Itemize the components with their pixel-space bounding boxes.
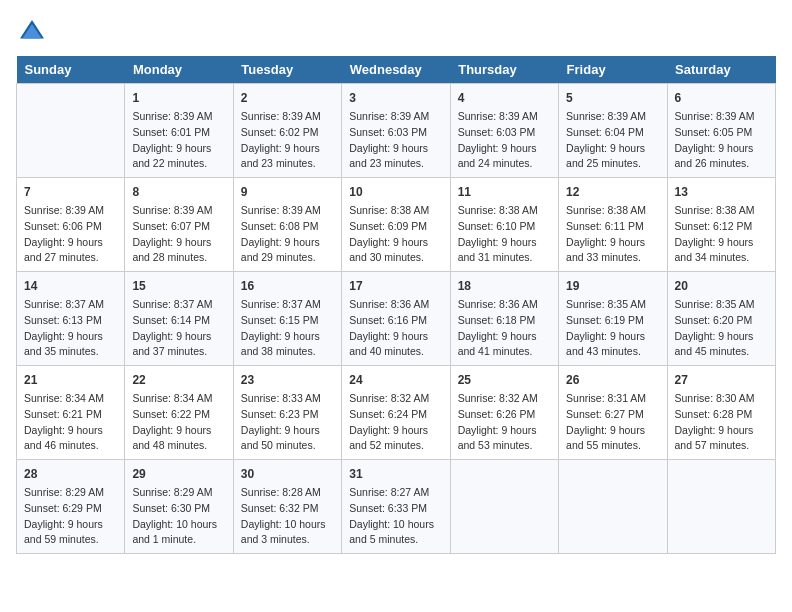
day-info-line: Sunset: 6:24 PM	[349, 407, 442, 423]
day-info-line: Daylight: 9 hours	[241, 141, 334, 157]
day-info-line: and 30 minutes.	[349, 250, 442, 266]
day-info-line: Daylight: 9 hours	[132, 235, 225, 251]
day-info-line: Sunset: 6:11 PM	[566, 219, 659, 235]
calendar-day-cell: 18Sunrise: 8:36 AMSunset: 6:18 PMDayligh…	[450, 272, 558, 366]
day-info-line: Daylight: 9 hours	[458, 235, 551, 251]
day-number: 7	[24, 183, 117, 201]
calendar-day-cell: 5Sunrise: 8:39 AMSunset: 6:04 PMDaylight…	[559, 84, 667, 178]
calendar-day-cell: 1Sunrise: 8:39 AMSunset: 6:01 PMDaylight…	[125, 84, 233, 178]
day-info-line: and 5 minutes.	[349, 532, 442, 548]
day-info-line: and 41 minutes.	[458, 344, 551, 360]
day-info-line: Sunrise: 8:35 AM	[675, 297, 768, 313]
weekday-header-sunday: Sunday	[17, 56, 125, 84]
day-number: 3	[349, 89, 442, 107]
day-info-line: Sunrise: 8:37 AM	[132, 297, 225, 313]
calendar-day-cell: 19Sunrise: 8:35 AMSunset: 6:19 PMDayligh…	[559, 272, 667, 366]
day-info-line: and 43 minutes.	[566, 344, 659, 360]
day-info-line: Daylight: 9 hours	[349, 141, 442, 157]
day-info-line: Daylight: 9 hours	[458, 423, 551, 439]
calendar-day-cell: 21Sunrise: 8:34 AMSunset: 6:21 PMDayligh…	[17, 366, 125, 460]
weekday-header-friday: Friday	[559, 56, 667, 84]
day-info-line: and 45 minutes.	[675, 344, 768, 360]
day-info-line: Sunset: 6:12 PM	[675, 219, 768, 235]
day-number: 17	[349, 277, 442, 295]
calendar-day-cell: 24Sunrise: 8:32 AMSunset: 6:24 PMDayligh…	[342, 366, 450, 460]
day-info-line: and 53 minutes.	[458, 438, 551, 454]
day-number: 22	[132, 371, 225, 389]
calendar-week-row: 1Sunrise: 8:39 AMSunset: 6:01 PMDaylight…	[17, 84, 776, 178]
day-info-line: Daylight: 9 hours	[24, 329, 117, 345]
day-info-line: Sunset: 6:27 PM	[566, 407, 659, 423]
logo-icon	[16, 16, 48, 48]
day-info-line: Daylight: 9 hours	[458, 329, 551, 345]
day-info-line: Sunset: 6:01 PM	[132, 125, 225, 141]
day-info-line: and 23 minutes.	[349, 156, 442, 172]
day-number: 2	[241, 89, 334, 107]
day-number: 11	[458, 183, 551, 201]
calendar-day-cell	[17, 84, 125, 178]
calendar-day-cell: 9Sunrise: 8:39 AMSunset: 6:08 PMDaylight…	[233, 178, 341, 272]
day-info-line: Sunset: 6:15 PM	[241, 313, 334, 329]
day-info-line: Sunset: 6:18 PM	[458, 313, 551, 329]
day-info-line: Sunrise: 8:36 AM	[349, 297, 442, 313]
day-number: 28	[24, 465, 117, 483]
day-number: 26	[566, 371, 659, 389]
day-info-line: and 48 minutes.	[132, 438, 225, 454]
day-info-line: Daylight: 9 hours	[24, 235, 117, 251]
day-info-line: Sunrise: 8:36 AM	[458, 297, 551, 313]
day-info-line: Sunrise: 8:39 AM	[24, 203, 117, 219]
calendar-day-cell: 10Sunrise: 8:38 AMSunset: 6:09 PMDayligh…	[342, 178, 450, 272]
day-info-line: Sunset: 6:19 PM	[566, 313, 659, 329]
day-info-line: Daylight: 10 hours	[132, 517, 225, 533]
logo	[16, 16, 52, 48]
day-info-line: Sunrise: 8:39 AM	[241, 203, 334, 219]
calendar-day-cell: 28Sunrise: 8:29 AMSunset: 6:29 PMDayligh…	[17, 460, 125, 554]
day-number: 1	[132, 89, 225, 107]
day-info-line: Daylight: 9 hours	[241, 235, 334, 251]
day-info-line: Daylight: 9 hours	[132, 329, 225, 345]
day-info-line: and 38 minutes.	[241, 344, 334, 360]
calendar-table: SundayMondayTuesdayWednesdayThursdayFrid…	[16, 56, 776, 554]
day-info-line: Daylight: 9 hours	[566, 423, 659, 439]
day-info-line: Sunrise: 8:39 AM	[458, 109, 551, 125]
day-number: 10	[349, 183, 442, 201]
day-info-line: Sunrise: 8:37 AM	[241, 297, 334, 313]
day-info-line: Sunset: 6:32 PM	[241, 501, 334, 517]
day-number: 21	[24, 371, 117, 389]
calendar-day-cell: 4Sunrise: 8:39 AMSunset: 6:03 PMDaylight…	[450, 84, 558, 178]
weekday-header-wednesday: Wednesday	[342, 56, 450, 84]
weekday-header-tuesday: Tuesday	[233, 56, 341, 84]
calendar-day-cell: 27Sunrise: 8:30 AMSunset: 6:28 PMDayligh…	[667, 366, 775, 460]
day-info-line: Daylight: 9 hours	[24, 517, 117, 533]
calendar-week-row: 21Sunrise: 8:34 AMSunset: 6:21 PMDayligh…	[17, 366, 776, 460]
day-info-line: Sunrise: 8:38 AM	[675, 203, 768, 219]
day-info-line: Sunset: 6:28 PM	[675, 407, 768, 423]
day-info-line: and 50 minutes.	[241, 438, 334, 454]
day-info-line: Sunset: 6:33 PM	[349, 501, 442, 517]
calendar-day-cell: 11Sunrise: 8:38 AMSunset: 6:10 PMDayligh…	[450, 178, 558, 272]
day-info-line: Sunset: 6:03 PM	[349, 125, 442, 141]
calendar-day-cell: 29Sunrise: 8:29 AMSunset: 6:30 PMDayligh…	[125, 460, 233, 554]
day-info-line: and 37 minutes.	[132, 344, 225, 360]
day-info-line: and 27 minutes.	[24, 250, 117, 266]
day-info-line: and 52 minutes.	[349, 438, 442, 454]
calendar-week-row: 7Sunrise: 8:39 AMSunset: 6:06 PMDaylight…	[17, 178, 776, 272]
calendar-day-cell: 17Sunrise: 8:36 AMSunset: 6:16 PMDayligh…	[342, 272, 450, 366]
day-info-line: Sunset: 6:14 PM	[132, 313, 225, 329]
calendar-day-cell: 22Sunrise: 8:34 AMSunset: 6:22 PMDayligh…	[125, 366, 233, 460]
day-info-line: Sunset: 6:05 PM	[675, 125, 768, 141]
day-info-line: Sunrise: 8:31 AM	[566, 391, 659, 407]
day-info-line: Sunset: 6:13 PM	[24, 313, 117, 329]
day-info-line: Sunrise: 8:38 AM	[458, 203, 551, 219]
calendar-day-cell: 16Sunrise: 8:37 AMSunset: 6:15 PMDayligh…	[233, 272, 341, 366]
day-number: 19	[566, 277, 659, 295]
day-info-line: and 23 minutes.	[241, 156, 334, 172]
calendar-day-cell: 7Sunrise: 8:39 AMSunset: 6:06 PMDaylight…	[17, 178, 125, 272]
day-info-line: and 24 minutes.	[458, 156, 551, 172]
day-info-line: Sunrise: 8:39 AM	[132, 109, 225, 125]
calendar-day-cell: 3Sunrise: 8:39 AMSunset: 6:03 PMDaylight…	[342, 84, 450, 178]
calendar-day-cell	[559, 460, 667, 554]
day-number: 8	[132, 183, 225, 201]
day-info-line: Sunset: 6:10 PM	[458, 219, 551, 235]
day-info-line: Daylight: 9 hours	[566, 235, 659, 251]
